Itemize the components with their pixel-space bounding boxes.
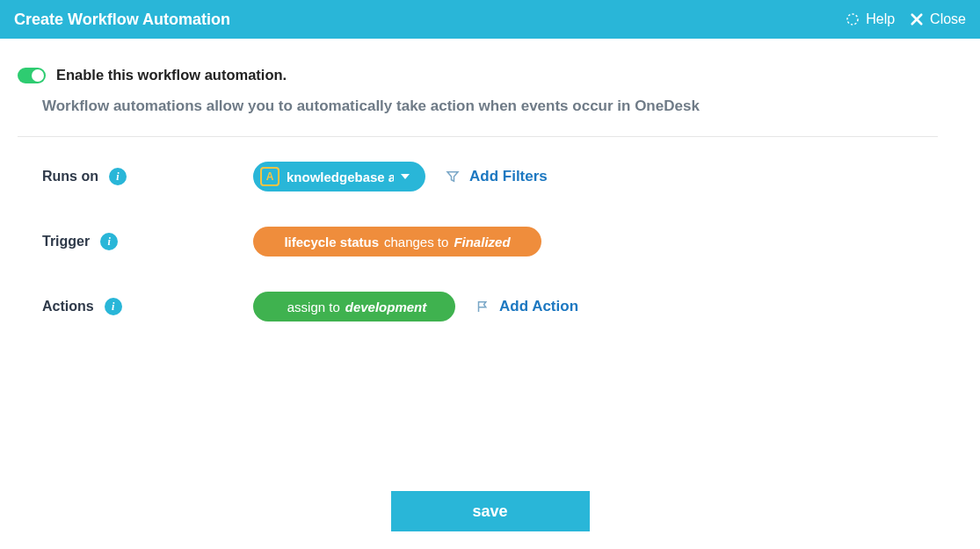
- help-button[interactable]: Help: [845, 11, 895, 27]
- dialog-body: Enable this workflow automation. Workflo…: [0, 39, 980, 374]
- runs-on-label-group: Runs on i: [42, 168, 253, 185]
- runs-on-selector[interactable]: A knowledgebase a: [253, 162, 425, 191]
- actions-label-group: Actions i: [42, 298, 253, 315]
- runs-on-value-text: knowledgebase a: [287, 170, 394, 184]
- runs-on-value: A knowledgebase a Add Filters: [253, 162, 548, 191]
- info-icon[interactable]: i: [109, 168, 127, 185]
- trigger-pill[interactable]: lifecycle status changes to Finalized: [253, 227, 541, 256]
- trigger-operator: changes to: [384, 235, 448, 249]
- add-filters-label: Add Filters: [469, 168, 548, 185]
- trigger-row: Trigger i lifecycle status changes to Fi…: [42, 227, 938, 256]
- close-label: Close: [930, 11, 966, 27]
- enable-toggle[interactable]: [18, 68, 46, 83]
- actions-label: Actions: [42, 299, 94, 314]
- add-action-label: Add Action: [499, 298, 578, 315]
- enable-toggle-row: Enable this workflow automation.: [18, 67, 938, 83]
- trigger-target: Finalized: [454, 235, 510, 249]
- flag-icon: [475, 299, 490, 314]
- info-icon[interactable]: i: [105, 298, 122, 315]
- actions-value: assign to development Add Action: [253, 292, 578, 321]
- dialog-title: Create Workflow Automation: [14, 11, 230, 29]
- automation-description: Workflow automations allow you to automa…: [18, 98, 938, 137]
- automation-config: Runs on i A knowledgebase a Add Filters …: [18, 162, 938, 321]
- action-name: assign to: [287, 300, 340, 314]
- svg-point-0: [847, 14, 858, 25]
- runs-on-row: Runs on i A knowledgebase a Add Filters: [42, 162, 938, 191]
- actions-row: Actions i assign to development Add Acti…: [42, 292, 938, 321]
- filter-icon: [445, 169, 461, 184]
- action-target: development: [345, 300, 427, 314]
- knowledgebase-icon: A: [260, 167, 279, 186]
- save-button[interactable]: save: [391, 491, 590, 531]
- add-action-button[interactable]: Add Action: [475, 298, 578, 315]
- header-actions: Help Close: [845, 11, 966, 27]
- enable-toggle-label: Enable this workflow automation.: [56, 67, 287, 83]
- action-pill[interactable]: assign to development: [253, 292, 455, 321]
- close-icon: [909, 11, 925, 27]
- trigger-value: lifecycle status changes to Finalized: [253, 227, 541, 256]
- trigger-label: Trigger: [42, 234, 90, 249]
- trigger-label-group: Trigger i: [42, 233, 253, 250]
- info-icon[interactable]: i: [100, 233, 118, 250]
- chevron-down-icon: [401, 174, 410, 179]
- add-filters-button[interactable]: Add Filters: [445, 168, 548, 185]
- dialog-header: Create Workflow Automation Help Close: [0, 0, 980, 39]
- help-label: Help: [866, 11, 895, 27]
- trigger-field: lifecycle status: [284, 235, 379, 249]
- close-button[interactable]: Close: [909, 11, 966, 27]
- help-icon: [845, 11, 860, 27]
- dialog-footer: save: [0, 491, 980, 531]
- runs-on-label: Runs on: [42, 169, 98, 184]
